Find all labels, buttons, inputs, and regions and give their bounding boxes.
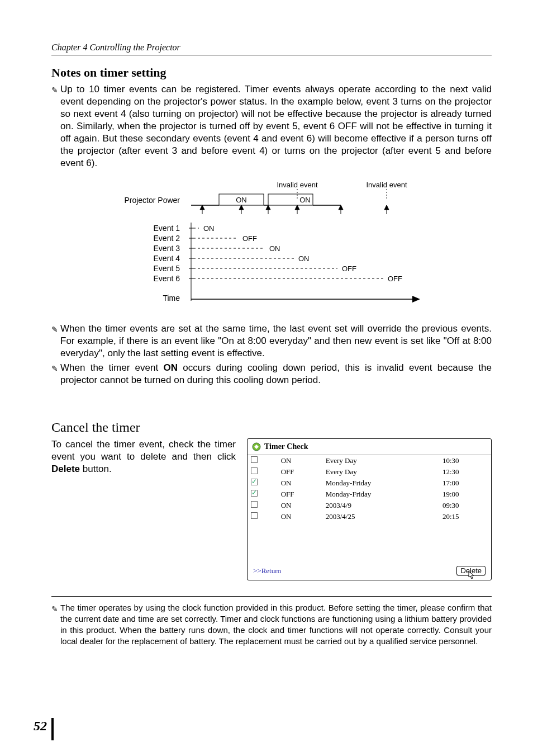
section-heading-cancel: Cancel the timer <box>51 420 492 435</box>
note-row-1: ✎ Up to 10 timer events can be registere… <box>51 83 492 169</box>
event-value: OFF <box>242 234 257 243</box>
delete-button[interactable]: Delete <box>456 566 486 575</box>
note-text-1: Up to 10 timer events can be registered.… <box>60 83 492 169</box>
timer-day: Every Day <box>322 455 439 467</box>
timer-day: 2003/4/25 <box>322 511 439 522</box>
return-link[interactable]: >>Return <box>253 566 281 575</box>
page-number: 52 <box>34 719 47 734</box>
svg-marker-18 <box>384 205 389 210</box>
timer-table: ONEvery Day10:30OFFEvery Day12:30ONMonda… <box>248 455 491 522</box>
timer-time: 12:30 <box>439 466 491 478</box>
pencil-icon: ✎ <box>51 83 60 96</box>
svg-marker-10 <box>239 205 244 210</box>
document-page: Chapter 4 Controlling the Projector Note… <box>0 0 533 756</box>
timer-state: ON <box>278 478 322 489</box>
event-label: Event 4 <box>154 254 180 263</box>
pencil-icon: ✎ <box>51 602 60 615</box>
timer-state: ON <box>278 500 322 511</box>
timer-day: 2003/4/9 <box>322 500 439 511</box>
pencil-icon: ✎ <box>51 323 60 335</box>
cursor-icon <box>468 571 476 582</box>
event-value: OFF <box>388 275 402 283</box>
timer-state: OFF <box>278 489 322 500</box>
cancel-text: To cancel the timer event, check the tim… <box>51 438 236 475</box>
diagram-on-2: ON <box>299 196 311 204</box>
timer-time: 19:00 <box>439 489 491 500</box>
timer-footer: >>Return Delete <box>248 561 491 580</box>
svg-marker-12 <box>266 205 270 210</box>
timer-day: Monday-Friday <box>322 489 439 500</box>
timer-check-panel: Timer Check ONEvery Day10:30OFFEvery Day… <box>247 438 492 580</box>
timer-state: ON <box>278 455 322 467</box>
event-label: Event 3 <box>154 244 180 253</box>
timer-checkbox[interactable] <box>251 479 258 485</box>
cancel-section: To cancel the timer event, check the tim… <box>51 438 492 580</box>
timer-row: ONMonday-Friday17:00 <box>248 478 491 489</box>
timer-checkbox[interactable] <box>251 501 258 508</box>
timer-state: OFF <box>278 466 322 478</box>
footnote-row: ✎ The timer operates by using the clock … <box>51 602 492 647</box>
pencil-icon: ✎ <box>51 362 60 374</box>
note-text-3: When the timer event ON occurs during co… <box>60 362 492 386</box>
svg-marker-14 <box>295 205 299 210</box>
timer-checkbox[interactable] <box>251 512 258 519</box>
timer-icon <box>252 442 261 451</box>
svg-marker-8 <box>200 205 204 210</box>
event-value: OFF <box>342 264 356 273</box>
timer-day: Monday-Friday <box>322 478 439 489</box>
timer-row: OFFMonday-Friday19:00 <box>248 489 491 500</box>
diagram-on-1: ON <box>236 196 247 204</box>
timer-row: ON2003/4/2520:15 <box>248 511 491 522</box>
timer-checkbox[interactable] <box>251 490 258 497</box>
timer-row: ON2003/4/909:30 <box>248 500 491 511</box>
power-label: Projector Power <box>124 196 180 205</box>
timer-checkbox[interactable] <box>251 467 258 474</box>
time-label: Time <box>163 294 180 303</box>
note-row-2: ✎ When the timer events are set at the s… <box>51 323 492 360</box>
event-label: Event 5 <box>154 264 180 273</box>
timing-diagram: Invalid event Invalid event Projector Po… <box>68 181 426 311</box>
timer-state: ON <box>278 511 322 522</box>
page-number-bar <box>51 718 54 740</box>
event-label: Event 1 <box>154 224 180 233</box>
timer-panel-title: Timer Check <box>248 439 491 455</box>
event-label: Event 2 <box>154 234 180 243</box>
note-row-3: ✎ When the timer event ON occurs during … <box>51 362 492 386</box>
footnote-text: The timer operates by using the clock fu… <box>60 602 492 647</box>
note-text-2: When the timer events are set at the sam… <box>60 323 492 360</box>
footnote-separator <box>51 596 492 597</box>
svg-marker-16 <box>339 205 343 210</box>
event-value: ON <box>269 244 280 253</box>
timer-checkbox[interactable] <box>251 456 258 463</box>
timer-row: ONEvery Day10:30 <box>248 455 491 467</box>
invalid-label-2: Invalid event <box>367 181 407 189</box>
timer-time: 09:30 <box>439 500 491 511</box>
invalid-label-1: Invalid event <box>277 181 318 189</box>
timer-time: 20:15 <box>439 511 491 522</box>
svg-marker-33 <box>412 296 420 303</box>
event-label: Event 6 <box>154 274 180 283</box>
event-value: ON <box>203 224 215 233</box>
timer-time: 10:30 <box>439 455 491 467</box>
event-value: ON <box>298 254 310 263</box>
timer-day: Every Day <box>322 466 439 478</box>
chapter-header: Chapter 4 Controlling the Projector <box>51 42 492 55</box>
section-heading-notes: Notes on timer setting <box>51 65 492 80</box>
timer-time: 17:00 <box>439 478 491 489</box>
timer-row: OFFEvery Day12:30 <box>248 466 491 478</box>
